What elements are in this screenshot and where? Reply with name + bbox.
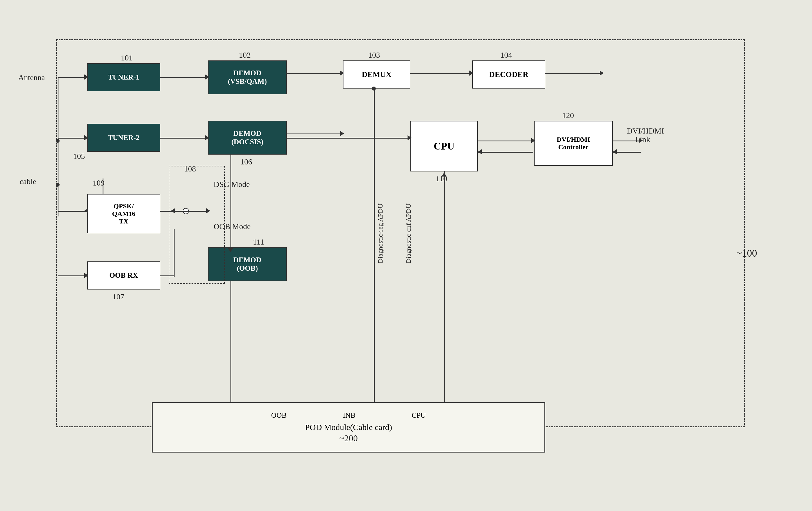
demod-vsb-num: 102 <box>239 51 251 60</box>
decoder-block: DECODER <box>472 60 545 88</box>
qpsk-arrowhead <box>84 208 88 213</box>
num109-vline <box>103 178 104 194</box>
demux-decoder-line <box>410 73 471 74</box>
dsg-demod-arrowhead <box>206 208 210 213</box>
pod-labels-row: OOB INB CPU <box>271 411 426 420</box>
cable-tuner2-line <box>58 138 86 139</box>
tuner1-demod-line <box>160 77 207 78</box>
oob-rx-num: 107 <box>112 292 124 301</box>
diagnostic-cnf-container: Diagnostic-cnf APDU <box>405 180 412 287</box>
cpu-pod-vline <box>444 171 445 416</box>
tuner2-demod-arrowhead <box>205 135 209 140</box>
cpu-pod-arrowhead-up <box>441 173 446 176</box>
cpu-dvi-line <box>478 141 532 141</box>
tuner1-demod-arrowhead <box>205 75 209 80</box>
tilde-100: ~100 <box>736 247 757 259</box>
demod-cpu-line <box>287 138 409 139</box>
dvi-cpu-line <box>478 152 532 152</box>
dvi-hdmi-out-label: DVI/HDMI <box>627 126 664 136</box>
dvi-out-line <box>613 141 641 141</box>
cable-label: cable <box>20 177 36 186</box>
antenna-arrowhead <box>84 75 88 80</box>
cpu-block: CPU <box>410 121 478 171</box>
decoder-out-line <box>545 73 602 74</box>
diagnostic-reg-label: Diagnostic-reg APDU <box>377 203 384 263</box>
dsg-demod-line <box>187 211 208 212</box>
cable-qpsk-dot <box>56 183 60 187</box>
dsg-mode-label: DSG Mode <box>213 180 250 189</box>
demod-oob-num: 111 <box>253 237 264 247</box>
pod-cpu-label: CPU <box>412 411 426 420</box>
tuner2-num: 105 <box>73 152 85 161</box>
demod-cpu-arrowhead <box>408 135 411 140</box>
diagnostic-cnf-label: Diagnostic-cnf APDU <box>405 203 412 263</box>
oob-rx-dsg-line <box>160 276 174 276</box>
demodvsb-demux-arrowhead <box>340 70 344 76</box>
demodvsb-demux-lower-arrowhead <box>340 131 344 136</box>
tuner1-block: TUNER-1 <box>87 63 160 91</box>
antenna-arrow-line <box>58 77 86 78</box>
dsg-num: 108 <box>184 165 196 173</box>
demod-docsis-down-arrowhead <box>228 248 233 252</box>
demod-docsis-down-vline <box>230 154 231 250</box>
tuner2-block: TUNER-2 <box>87 124 160 152</box>
dvi-hdmi-block: DVI/HDMI Controller <box>534 121 613 166</box>
demodvsb-demux-line <box>287 73 342 74</box>
dvi-cpu-arrowhead <box>478 149 482 154</box>
dvi-hdmi-num: 120 <box>562 111 574 120</box>
oob-mode-label: OOB Mode <box>213 222 251 231</box>
oob-rx-line <box>58 276 86 276</box>
pod-num: ~200 <box>339 433 357 444</box>
oob-rx-dsg-vline <box>174 229 175 277</box>
cpu-dvi-arrowhead <box>531 138 535 143</box>
tuner2-demod-line <box>160 138 207 139</box>
antenna-label: Antenna <box>18 73 45 82</box>
main-dashed-box <box>56 39 745 427</box>
pod-inb-label: INB <box>343 411 355 420</box>
diagnostic-reg-container: Diagnostic-reg APDU <box>377 180 384 287</box>
demodvsb-demux-lower-line <box>287 134 342 134</box>
demux-num: 103 <box>368 51 380 60</box>
dvi-in-line <box>613 152 641 152</box>
pod-title: POD Module(Cable card) <box>305 422 392 432</box>
antenna-cable-vline <box>58 77 58 141</box>
demod-docsis-block: DEMOD (DOCSIS) <box>208 121 287 154</box>
oob-rx-arrowhead <box>84 273 88 278</box>
demux-pod-vline <box>374 88 375 415</box>
dvi-out-arrowhead <box>639 138 643 143</box>
demod-docsis-num: 106 <box>240 158 252 166</box>
demux-decoder-arrowhead <box>469 70 473 76</box>
demux-block: DEMUX <box>343 60 410 88</box>
decoder-out-arrowhead <box>600 70 604 76</box>
tuner1-num: 101 <box>121 53 133 62</box>
qpsk-line <box>58 211 86 212</box>
oob-rx-block: OOB RX <box>87 261 160 289</box>
pod-module-box: OOB INB CPU POD Module(Cable card) ~200 <box>152 402 545 453</box>
decoder-num: 104 <box>500 51 512 60</box>
dvi-in-arrowhead <box>613 149 617 154</box>
qpsk-block: QPSK/ QAM16 TX <box>87 194 160 233</box>
diagram-container: ~100 TUNER-1 101 TUNER-2 105 DEMOD (VSB/… <box>17 17 792 495</box>
demux-dot <box>372 87 376 90</box>
demod-oob-pod-vline <box>230 281 231 416</box>
qpsk-switch-arrowhead <box>171 208 175 213</box>
cable-qpsk-vline <box>58 141 58 217</box>
demod-vsb-block: DEMOD (VSB/QAM) <box>208 60 287 94</box>
cable-tuner2-arrowhead <box>84 135 88 140</box>
pod-oob-label: OOB <box>271 411 287 420</box>
